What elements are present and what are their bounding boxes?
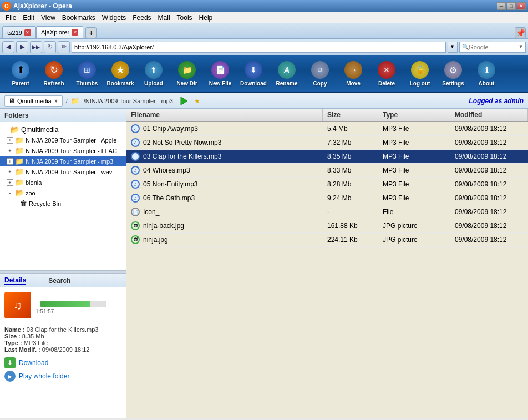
table-row[interactable]: ♫ 05 Non-Entity.mp3 8.28 Mb MP3 File 09/…: [126, 178, 528, 191]
search-tab[interactable]: Search: [48, 277, 70, 285]
table-row[interactable]: 🖼 ninja-back.jpg 161.88 Kb JPG picture 0…: [126, 219, 528, 233]
username: admin: [504, 97, 524, 105]
col-header-size[interactable]: Size: [323, 109, 378, 121]
newfile-button[interactable]: 📄 New File: [204, 58, 236, 90]
settings-button[interactable]: ⚙ Settings: [437, 58, 469, 90]
col-header-filename[interactable]: Filename: [126, 109, 323, 121]
new-tab-button[interactable]: +: [85, 27, 97, 38]
tree-item-ninja-apple[interactable]: + 📁 NINJA 2009 Tour Sampler - Apple: [0, 135, 126, 145]
forward-alt-button[interactable]: ▶▶: [30, 41, 42, 53]
move-button[interactable]: → Move: [337, 58, 369, 90]
file-type-icon: 📄: [131, 208, 140, 216]
folder-open-icon: 📂: [11, 125, 19, 134]
search-dropdown-icon[interactable]: ▼: [519, 44, 523, 49]
tree-item-ninja-wav[interactable]: + 📁 NINJA 2009 Tour Sampler - wav: [0, 166, 126, 177]
logout-button[interactable]: 🔓 Log out: [404, 58, 436, 90]
tree-expand-ninja-apple[interactable]: +: [7, 137, 13, 144]
about-icon: ℹ: [478, 61, 495, 79]
star-button[interactable]: ★: [192, 95, 203, 107]
newdir-button[interactable]: 📁 New Dir: [171, 58, 203, 90]
forward-button[interactable]: ▶: [16, 41, 28, 53]
tree-expand-zoo[interactable]: -: [7, 190, 13, 196]
address-input[interactable]: [72, 42, 446, 53]
tree-item-qmultimedia[interactable]: 📂 Qmultimedia: [0, 124, 126, 135]
menu-feeds[interactable]: Feeds: [129, 13, 154, 23]
file-cell-name: ♫ 06 The Oath.mp3: [126, 191, 323, 205]
search-input[interactable]: [469, 44, 519, 50]
path-separator: /: [66, 98, 68, 104]
table-row[interactable]: ♫ 02 Not So Pretty Now.mp3 7.32 Mb MP3 F…: [126, 136, 528, 150]
about-label: About: [479, 80, 495, 87]
menu-file[interactable]: File: [2, 13, 19, 23]
menu-edit[interactable]: Edit: [19, 13, 38, 23]
copy-label: Copy: [313, 80, 327, 87]
menu-mail[interactable]: Mail: [155, 13, 174, 23]
tree-expand-ninja-flac[interactable]: +: [7, 148, 13, 154]
about-button[interactable]: ℹ About: [470, 58, 502, 90]
tree-expand-blonia[interactable]: +: [7, 179, 13, 186]
folder-icon-blonia: 📁: [15, 178, 24, 186]
address-dropdown[interactable]: ▼: [448, 42, 458, 53]
table-row[interactable]: ♫ 03 Clap for the Killers.mp3 8.35 Mb MP…: [126, 150, 528, 164]
menu-tools[interactable]: Tools: [174, 13, 196, 23]
thumbs-button[interactable]: ⊞ Thumbs: [71, 58, 103, 90]
folder-icon-apple: 📁: [15, 136, 24, 144]
tree-expand-ninja-wav[interactable]: +: [7, 169, 13, 175]
upload-button[interactable]: ⬆ Upload: [138, 58, 170, 90]
play-folder-action[interactable]: ▶ Play whole folder: [4, 371, 121, 382]
edit-address-button[interactable]: ✏: [58, 41, 70, 53]
tab-ajaxplorer-close[interactable]: ✕: [72, 29, 78, 36]
table-row[interactable]: ♫ 01 Chip Away.mp3 5.4 Mb MP3 File 09/08…: [126, 122, 528, 136]
path-controls: ★: [179, 95, 203, 107]
tree-expand-ninja-mp3[interactable]: +: [7, 158, 13, 165]
pin-tab-button[interactable]: 📌: [515, 27, 526, 38]
reload-button[interactable]: ↻: [44, 41, 56, 53]
menu-help[interactable]: Help: [196, 13, 216, 23]
menu-view[interactable]: View: [38, 13, 59, 23]
menu-bookmarks[interactable]: Bookmarks: [59, 13, 99, 23]
size-label: Size :: [4, 333, 21, 340]
detail-type-value: MP3 File: [24, 340, 48, 346]
tree-item-zoo[interactable]: - 📂 zoo: [0, 188, 126, 198]
file-cell-modified: 09/08/2009 18:12: [450, 123, 528, 135]
tab-ts219-close[interactable]: ✕: [24, 29, 31, 36]
parent-button[interactable]: ⬆ Parent: [4, 58, 37, 90]
file-cell-modified: 09/08/2009 18:12: [450, 206, 528, 218]
tree-item-recycle[interactable]: 🗑 Recycle Bin: [0, 198, 126, 209]
table-row[interactable]: 🖼 ninja.jpg 224.11 Kb JPG picture 09/08/…: [126, 233, 528, 247]
close-button[interactable]: ✕: [517, 2, 526, 10]
machine-selector[interactable]: 🖥 Qmultimedia ▼: [4, 95, 63, 107]
col-header-modified[interactable]: Modified: [450, 109, 528, 121]
status-bar: ✓: [0, 418, 528, 420]
tree-item-ninja-flac[interactable]: + 📁 NINJA 2009 Tour Sampler - FLAC: [0, 145, 126, 156]
download-button[interactable]: ⬇ Download: [237, 58, 270, 90]
minimize-button[interactable]: ─: [497, 2, 506, 10]
table-row[interactable]: 📄 Icon_ - File 09/08/2009 18:12: [126, 205, 528, 219]
delete-button[interactable]: ✕ Delete: [370, 58, 403, 90]
table-row[interactable]: ♫ 06 The Oath.mp3 9.24 Mb MP3 File 09/08…: [126, 191, 528, 205]
logged-as: Logged as admin: [469, 97, 524, 105]
back-button[interactable]: ◀: [2, 41, 14, 53]
play-button[interactable]: [179, 95, 190, 107]
file-cell-size: 5.4 Mb: [323, 123, 378, 135]
menu-widgets[interactable]: Widgets: [99, 13, 129, 23]
col-header-type[interactable]: Type: [378, 109, 450, 121]
maximize-button[interactable]: □: [507, 2, 516, 10]
detail-size-value: 8.35 Mb: [22, 333, 44, 340]
table-row[interactable]: ♫ 04 Whores.mp3 8.33 Mb MP3 File 09/08/2…: [126, 164, 528, 178]
tab-ts219[interactable]: ts219 ✕: [2, 26, 36, 38]
refresh-button[interactable]: ↻ Refresh: [38, 58, 70, 90]
file-cell-size: 7.32 Mb: [323, 136, 378, 149]
tree-item-blonia[interactable]: + 📁 blonia: [0, 177, 126, 188]
details-tab[interactable]: Details: [4, 276, 26, 285]
bookmark-button[interactable]: ★ Bookmark: [104, 58, 136, 90]
file-cell-size: 8.35 Mb: [323, 150, 378, 163]
tree-item-ninja-mp3[interactable]: + 📁 NINJA 2009 Tour Sampler - mp3: [0, 156, 126, 166]
rename-button[interactable]: A Rename: [271, 58, 303, 90]
copy-button[interactable]: ⧉ Copy: [304, 58, 336, 90]
file-cell-type: MP3 File: [378, 178, 450, 190]
tab-ajaxplorer[interactable]: AjaXplorer ✕: [36, 26, 83, 38]
file-cell-type: File: [378, 206, 450, 218]
detail-type-row: Type : MP3 File: [4, 340, 121, 346]
download-action[interactable]: ⬇ Download: [4, 357, 121, 368]
